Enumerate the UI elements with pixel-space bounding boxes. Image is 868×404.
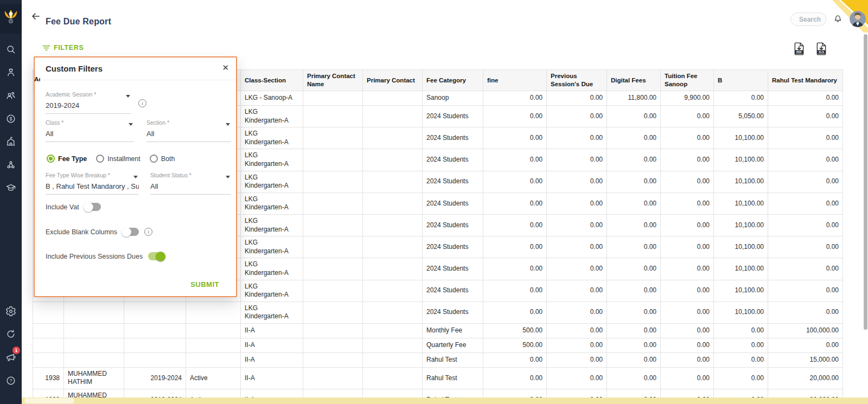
table-cell: 0.00 — [483, 367, 547, 389]
table-row: II-AMonthly Fee500.000.000.000.000.00100… — [33, 323, 843, 338]
sidebar-item-community[interactable] — [0, 156, 22, 174]
sidebar-item-student[interactable] — [0, 63, 22, 81]
radio-option-2[interactable]: Both — [150, 155, 175, 163]
column-header: B — [714, 70, 768, 91]
radio-icon[interactable] — [47, 155, 55, 163]
horizontal-scrollbar-thumb[interactable] — [24, 398, 74, 403]
table-cell — [363, 106, 423, 127]
global-search-button[interactable]: Search — [790, 12, 826, 26]
academic-session-field[interactable]: Academic Session * 2019-2024 — [46, 91, 131, 114]
chevron-down-icon — [133, 176, 138, 178]
table-cell — [363, 389, 423, 398]
column-header: Tuition Fee Sanoop — [661, 70, 714, 91]
sync-icon — [5, 329, 16, 339]
table-cell: 0.00 — [607, 367, 661, 389]
table-cell — [363, 367, 423, 389]
table-cell: 0.00 — [483, 171, 547, 193]
top-bar: Fee Due Report Search — [22, 0, 868, 33]
sidebar-item-people[interactable] — [0, 86, 22, 105]
info-icon[interactable]: i — [144, 228, 152, 236]
chevron-down-icon — [126, 95, 130, 98]
sidebar-item-announcements[interactable]: 1 — [0, 348, 22, 367]
table-cell: 0.00 — [607, 302, 661, 323]
table-cell: 0.00 — [547, 149, 607, 171]
export-xls-button[interactable]: XLS — [815, 42, 827, 55]
institute-icon — [5, 136, 16, 147]
table-row: II-AQuarterly Fee500.000.000.000.000.000… — [33, 338, 843, 352]
table-cell: 100,000.00 — [768, 323, 843, 338]
back-button[interactable] — [31, 11, 41, 23]
table-cell: II-A — [241, 367, 303, 389]
sidebar-item-institute[interactable] — [0, 132, 22, 151]
notification-badge: 1 — [12, 347, 20, 354]
radio-option-1[interactable]: Installment — [96, 155, 140, 163]
table-cell: 2024 Students — [423, 214, 483, 236]
user-avatar[interactable] — [850, 11, 866, 27]
sidebar-item-fees[interactable]: $ — [0, 110, 22, 128]
xls-download-icon: XLS — [815, 42, 827, 55]
table-cell: 0.00 — [768, 236, 843, 258]
table-cell: 0.00 — [607, 193, 661, 214]
notifications-bell-icon[interactable] — [833, 13, 843, 25]
svg-text:?: ? — [10, 378, 12, 383]
table-cell — [186, 352, 241, 367]
table-cell — [303, 352, 363, 367]
app-logo-icon[interactable] — [0, 4, 22, 34]
toggle-switch[interactable] — [123, 228, 139, 236]
submit-button[interactable]: SUBMIT — [187, 280, 222, 289]
class-field[interactable]: Class * All — [46, 119, 134, 142]
table-cell — [363, 338, 423, 352]
table-cell: 0.00 — [661, 338, 714, 352]
fee-type-breakup-field[interactable]: Fee Type Wise Breakup * B , Rahul Test M… — [46, 172, 139, 195]
vertical-scrollbar[interactable] — [864, 33, 868, 404]
table-cell: 10,100.00 — [714, 171, 768, 193]
svg-text:XLS: XLS — [819, 50, 824, 54]
export-pdf-button[interactable]: PDF — [793, 42, 805, 55]
table-cell: 0.00 — [607, 280, 661, 302]
sidebar-item-help[interactable]: ? — [0, 371, 22, 390]
table-cell — [124, 323, 186, 338]
horizontal-scrollbar[interactable] — [22, 397, 868, 404]
toggle-switch[interactable] — [85, 203, 101, 211]
vertical-scrollbar-thumb[interactable] — [864, 34, 867, 330]
sidebar-item-settings[interactable] — [0, 302, 22, 320]
table-cell: Quarterly Fee — [423, 338, 483, 352]
table-cell: MUHAMMED HAZIM.K — [64, 389, 124, 398]
table-cell: 0.00 — [483, 91, 547, 106]
table-cell: LKG Kindergarten-A — [241, 171, 303, 193]
sidebar-item-search[interactable] — [0, 40, 22, 59]
table-cell: 15,000.00 — [768, 352, 843, 367]
table-cell: 0.00 — [547, 280, 607, 302]
table-cell: 0.00 — [483, 352, 547, 367]
table-cell: Rahul Test — [423, 367, 483, 389]
radio-option-0[interactable]: Fee Type — [47, 155, 87, 163]
table-cell — [303, 193, 363, 214]
table-cell — [124, 352, 186, 367]
filters-button[interactable]: FILTERS — [42, 44, 84, 52]
modal-title: Custom Filters — [46, 64, 103, 73]
table-cell: LKG Kindergarten-A — [241, 302, 303, 323]
table-cell: 0.00 — [661, 106, 714, 127]
radio-icon[interactable] — [96, 155, 104, 163]
table-cell: 0.00 — [607, 171, 661, 193]
table-cell: 0.00 — [661, 258, 714, 280]
student-status-field[interactable]: Student Status * All — [150, 172, 231, 195]
table-cell: 0.00 — [768, 91, 843, 106]
sidebar-item-academics[interactable] — [0, 178, 22, 197]
table-cell: 0.00 — [607, 214, 661, 236]
svg-text:$: $ — [10, 116, 12, 121]
sidebar-item-sync[interactable] — [0, 325, 22, 343]
table-cell — [303, 91, 363, 106]
table-cell: 2019-2024 — [124, 367, 186, 389]
close-icon[interactable]: ✕ — [222, 63, 229, 73]
table-cell: 0.00 — [547, 214, 607, 236]
info-icon[interactable]: i — [138, 99, 146, 107]
table-cell: 0.00 — [607, 258, 661, 280]
section-field[interactable]: Section * All — [146, 119, 231, 142]
table-cell — [33, 302, 64, 323]
table-cell — [363, 280, 423, 302]
table-cell: Rahul Test — [423, 389, 483, 398]
radio-icon[interactable] — [150, 155, 158, 163]
toggle-switch[interactable] — [148, 252, 164, 260]
table-cell: 0.00 — [768, 127, 843, 149]
